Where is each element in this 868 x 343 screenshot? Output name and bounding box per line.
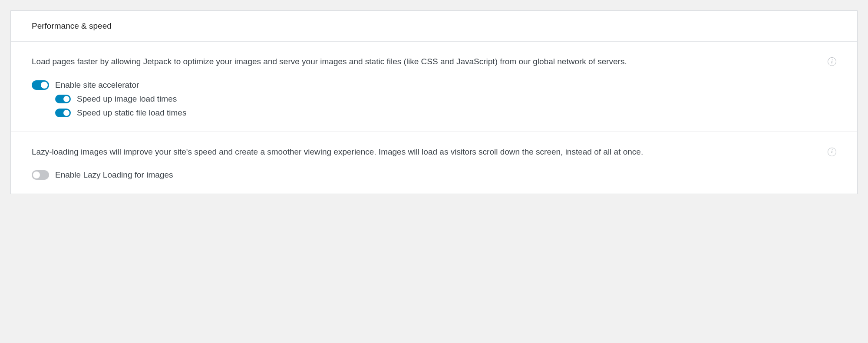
enable-site-accelerator-toggle[interactable] — [32, 80, 49, 90]
toggle-knob — [63, 110, 69, 116]
speed-up-static-toggle[interactable] — [55, 109, 71, 117]
speed-up-static-row: Speed up static file load times — [55, 108, 836, 118]
accelerator-description: Load pages faster by allowing Jetpack to… — [32, 56, 817, 68]
toggle-knob — [41, 82, 48, 89]
info-icon[interactable]: i — [828, 57, 836, 66]
toggle-knob — [63, 96, 69, 102]
site-accelerator-section: Load pages faster by allowing Jetpack to… — [11, 42, 857, 132]
enable-lazy-loading-label: Enable Lazy Loading for images — [55, 170, 173, 180]
enable-lazy-loading-row: Enable Lazy Loading for images — [32, 170, 836, 180]
performance-card: Performance & speed Load pages faster by… — [10, 10, 858, 194]
speed-up-image-toggle[interactable] — [55, 95, 71, 103]
lazy-loading-description: Lazy-loading images will improve your si… — [32, 146, 817, 158]
toggle-knob — [33, 172, 40, 178]
enable-lazy-loading-toggle[interactable] — [32, 170, 49, 180]
speed-up-static-label: Speed up static file load times — [77, 108, 186, 118]
speed-up-image-row: Speed up image load times — [55, 94, 836, 104]
card-header: Performance & speed — [11, 11, 857, 42]
card-title: Performance & speed — [32, 21, 836, 31]
lazy-loading-section: Lazy-loading images will improve your si… — [11, 132, 857, 194]
section-header: Load pages faster by allowing Jetpack to… — [32, 56, 836, 80]
section-header: Lazy-loading images will improve your si… — [32, 146, 836, 171]
enable-site-accelerator-row: Enable site accelerator — [32, 80, 836, 90]
speed-up-image-label: Speed up image load times — [77, 94, 177, 104]
info-icon[interactable]: i — [828, 148, 836, 156]
enable-site-accelerator-label: Enable site accelerator — [55, 80, 139, 90]
